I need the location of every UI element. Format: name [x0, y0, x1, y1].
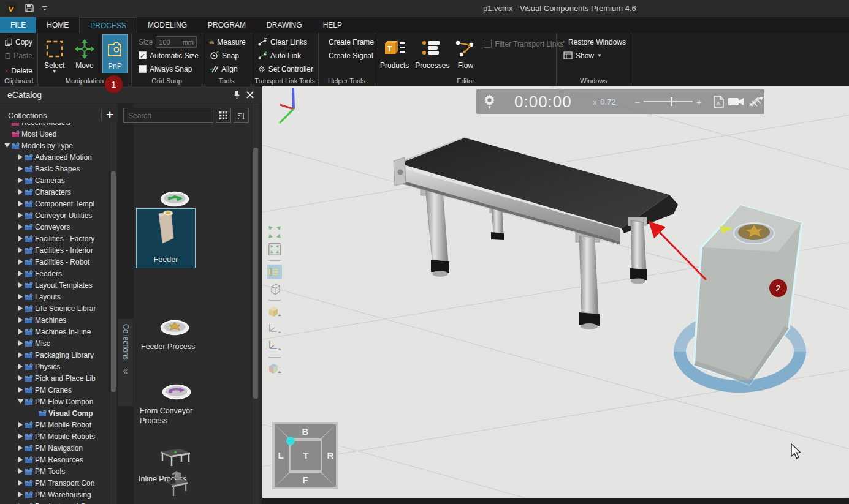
- save-icon[interactable]: [25, 3, 34, 13]
- restore-windows-button[interactable]: Restore Windows: [561, 36, 628, 48]
- pin-panel-icon[interactable]: [230, 88, 243, 102]
- render-mode-button[interactable]: [267, 265, 282, 279]
- expand-arrow-icon[interactable]: [16, 189, 25, 195]
- always-snap-checkbox[interactable]: Always Snap: [136, 63, 199, 75]
- tree-item[interactable]: Characters: [0, 186, 109, 198]
- create-frame-button[interactable]: Create Frame: [323, 36, 372, 48]
- measure-button[interactable]: Measure: [207, 36, 248, 48]
- tree-item[interactable]: Misc: [0, 337, 109, 349]
- expand-arrow-icon[interactable]: [16, 480, 25, 486]
- expand-arrow-icon[interactable]: [16, 364, 25, 369]
- navigation-cube[interactable]: B L T R F: [272, 422, 338, 489]
- coordinate-cube-button[interactable]: [267, 361, 282, 376]
- snap-button[interactable]: Snap: [207, 50, 248, 61]
- clear-links-button[interactable]: Clear Links: [256, 36, 316, 48]
- expand-arrow-icon[interactable]: [16, 178, 25, 183]
- create-signal-button[interactable]: Create Signal: [323, 50, 372, 61]
- add-collection-button[interactable]: +: [102, 108, 118, 122]
- paste-button[interactable]: Paste: [2, 50, 35, 61]
- expand-arrow-icon[interactable]: [16, 294, 25, 299]
- tree-item[interactable]: Cameras: [0, 175, 109, 186]
- expand-arrow-icon[interactable]: [16, 259, 25, 265]
- tab-file[interactable]: FILE: [0, 17, 36, 33]
- expand-arrow-icon[interactable]: [16, 306, 25, 311]
- speed-decrease-button[interactable]: −: [635, 97, 641, 107]
- expand-arrow-icon[interactable]: [16, 387, 25, 393]
- expand-arrow-icon[interactable]: [16, 236, 25, 241]
- collapse-arrow-icon[interactable]: [16, 399, 25, 404]
- speed-slider-handle[interactable]: [671, 97, 672, 106]
- expand-arrow-icon[interactable]: [16, 434, 25, 439]
- copy-button[interactable]: Copy: [2, 36, 35, 48]
- move-tool-button[interactable]: Move: [72, 34, 97, 73]
- expand-arrow-icon[interactable]: [16, 375, 25, 381]
- tab-modeling[interactable]: MODELING: [137, 17, 197, 33]
- select-tool-button[interactable]: Select ▼: [42, 34, 67, 73]
- expand-arrow-icon[interactable]: [16, 317, 25, 323]
- tab-drawing[interactable]: DRAWING: [256, 17, 313, 33]
- close-panel-icon[interactable]: [243, 88, 257, 102]
- sort-button[interactable]: [234, 108, 249, 123]
- expand-arrow-icon[interactable]: [16, 166, 25, 171]
- frame-tool-button[interactable]: [267, 322, 282, 336]
- tree-item[interactable]: Models by Type: [0, 140, 109, 151]
- expand-arrow-icon[interactable]: [16, 422, 25, 427]
- expand-arrow-icon[interactable]: [16, 201, 25, 206]
- tree-item[interactable]: Packaging Library: [0, 349, 109, 361]
- catalog-item-from-conveyor-process[interactable]: From Conveyor Process: [140, 383, 213, 426]
- tree-item[interactable]: Layouts: [0, 291, 109, 303]
- tab-home[interactable]: HOME: [36, 17, 79, 33]
- catalog-item-feeder[interactable]: Feeder: [136, 208, 196, 268]
- tree-item[interactable]: PM Mobile Robot: [0, 419, 109, 431]
- expand-arrow-icon[interactable]: [16, 340, 25, 346]
- tree-item[interactable]: Conveyor Utilities: [0, 209, 109, 221]
- tree-item[interactable]: PM Mobile Robots: [0, 431, 109, 442]
- export-pdf-button[interactable]: A: [714, 96, 724, 108]
- expand-arrow-icon[interactable]: [16, 271, 25, 276]
- tree-item[interactable]: PM Transport Con: [0, 477, 109, 489]
- tree-item[interactable]: Pick and Place Lib: [0, 372, 109, 384]
- signal-film-button[interactable]: [748, 96, 763, 107]
- expand-arrow-icon[interactable]: [16, 468, 25, 474]
- grid-view-button[interactable]: [216, 108, 231, 123]
- tree-item[interactable]: Machines: [0, 314, 109, 326]
- tree-item[interactable]: Facilities - Factory: [0, 233, 109, 244]
- list-scrollbar[interactable]: [251, 103, 259, 504]
- filter-transport-links-checkbox[interactable]: Filter Transport Links: [481, 38, 566, 50]
- expand-arrow-icon[interactable]: [16, 282, 25, 288]
- origin-frame-button[interactable]: [267, 339, 282, 353]
- wireframe-mode-button[interactable]: [267, 282, 282, 296]
- expand-arrow-icon[interactable]: [16, 492, 25, 497]
- catalog-item-feeder-process[interactable]: Feeder Process: [141, 319, 208, 352]
- tab-program[interactable]: PROGRAM: [197, 17, 256, 33]
- catalog-item[interactable]: [152, 470, 201, 498]
- tree-item[interactable]: PM Warehousing: [0, 489, 109, 500]
- expand-arrow-icon[interactable]: [16, 445, 25, 451]
- tree-scrollbar[interactable]: [109, 116, 116, 504]
- expand-arrow-icon[interactable]: [16, 154, 25, 160]
- expand-arrow-icon[interactable]: [16, 329, 25, 334]
- products-editor-button[interactable]: T Products: [380, 34, 409, 70]
- align-button[interactable]: Align: [207, 63, 248, 75]
- tree-item[interactable]: Facilities - Interior: [0, 244, 109, 256]
- speed-slider[interactable]: − +: [635, 97, 702, 107]
- tree-item[interactable]: PM Navigation: [0, 442, 109, 454]
- tree-item[interactable]: Feeders: [0, 268, 109, 279]
- fill-view-button[interactable]: [267, 242, 282, 257]
- search-input[interactable]: [124, 111, 223, 120]
- tree-item[interactable]: PM Cranes: [0, 384, 109, 396]
- automatic-size-checkbox[interactable]: ✓ Automatic Size: [136, 50, 199, 61]
- tree-item[interactable]: Facilities - Robot: [0, 256, 109, 268]
- conveyor-model[interactable]: [394, 137, 678, 329]
- speed-increase-button[interactable]: +: [696, 97, 702, 107]
- tree-item[interactable]: Layout Templates: [0, 279, 109, 291]
- expand-arrow-icon[interactable]: [16, 247, 25, 253]
- simulation-settings-button[interactable]: ▼: [484, 94, 495, 110]
- show-windows-button[interactable]: Show▼: [561, 50, 628, 61]
- catalog-search[interactable]: [123, 108, 213, 123]
- fit-view-button[interactable]: [267, 225, 282, 239]
- delete-button[interactable]: Delete: [2, 65, 35, 77]
- auto-link-button[interactable]: Auto Link: [256, 50, 316, 61]
- expand-arrow-icon[interactable]: [16, 457, 25, 462]
- collections-collapse-tab[interactable]: Collections «: [118, 319, 133, 406]
